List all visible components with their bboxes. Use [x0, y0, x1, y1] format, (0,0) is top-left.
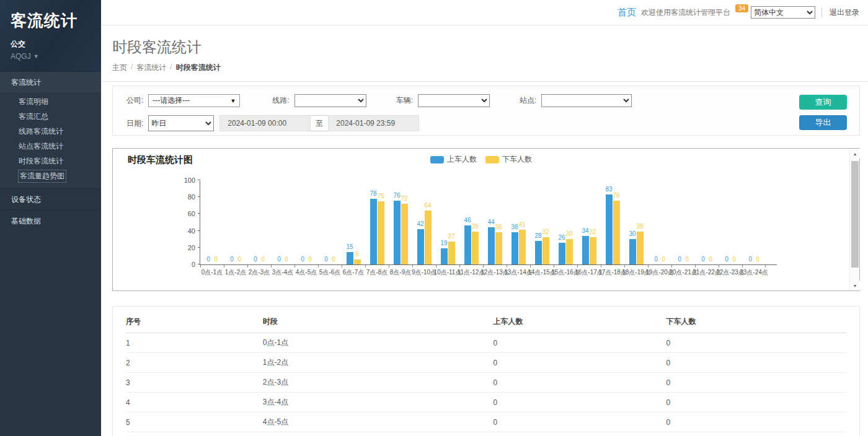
sidebar-item[interactable]: 线路客流统计: [0, 124, 101, 139]
bar[interactable]: 76: [394, 201, 401, 264]
table-cell: 0: [666, 393, 846, 412]
bar[interactable]: 27: [448, 242, 455, 264]
x-axis-tick-label: 4点-5点: [296, 268, 317, 277]
sidebar-item[interactable]: 客流明细: [0, 94, 101, 109]
sidebar-item[interactable]: 时段客流统计: [0, 154, 101, 168]
bar-value-label: 27: [448, 233, 454, 240]
bar[interactable]: 32: [590, 237, 596, 264]
bar[interactable]: 46: [464, 225, 471, 264]
x-axis-tick-label: 9点-10点: [412, 268, 436, 277]
bar[interactable]: 64: [425, 211, 432, 264]
date-preset-select[interactable]: 昨日: [148, 115, 214, 131]
bar[interactable]: 26: [559, 243, 565, 264]
scrollbar-down-arrow-icon[interactable]: ▼: [850, 281, 860, 290]
bar-group: 42649点-10点: [412, 181, 436, 264]
line-select[interactable]: [294, 94, 366, 107]
bar-group: 263015点-16点: [554, 181, 577, 264]
bar[interactable]: 6: [354, 259, 361, 264]
bar-group: 004点-5点: [294, 181, 318, 264]
bar-value-label: 0: [214, 256, 218, 263]
bar[interactable]: 44: [488, 227, 495, 264]
bar-group: 384113点-14点: [507, 181, 530, 264]
bar[interactable]: 30: [566, 239, 573, 264]
bar-group: 343216点-17点: [577, 181, 601, 264]
bar-value-label: 0: [308, 256, 312, 263]
breadcrumb-item[interactable]: 客流统计: [136, 63, 166, 73]
bar[interactable]: 39: [637, 232, 644, 264]
company-select[interactable]: ---请选择--- ▼: [148, 94, 240, 107]
bar[interactable]: 38: [495, 232, 502, 264]
date-from-input[interactable]: [219, 115, 311, 131]
legend-entry[interactable]: 上车人数: [430, 154, 477, 165]
bar-group: 837617点-18点: [601, 181, 624, 264]
bar-value-label: 0: [237, 256, 241, 263]
dropdown-arrow-icon: ▼: [230, 98, 236, 104]
line-label: 线路:: [272, 95, 289, 106]
bar-chart-plot: 020406080100000点-1点001点-2点002点-3点003点-4点…: [200, 181, 777, 265]
sidebar-item[interactable]: 客流量趋势图: [0, 168, 101, 183]
bar-group: 463911点-12点: [459, 181, 483, 264]
sidebar-menu: 客流统计客流明细客流汇总线路客流统计站点客流统计时段客流统计客流量趋势图设备状态…: [0, 71, 101, 232]
sidebar-section-item[interactable]: 客流统计: [0, 71, 101, 93]
bar-group: 443812点-13点: [483, 181, 507, 264]
bar[interactable]: 30: [629, 239, 636, 264]
breadcrumb-item[interactable]: 主页: [112, 63, 127, 73]
legend-label: 上车人数: [447, 154, 477, 165]
breadcrumb-separator: /: [131, 63, 133, 73]
bar[interactable]: 15: [347, 252, 353, 264]
bar-value-label: 28: [534, 232, 541, 239]
sidebar-submenu: 客流明细客流汇总线路客流统计站点客流统计时段客流统计客流量趋势图: [0, 93, 101, 188]
bar-group: 000点-1点: [200, 181, 224, 264]
table-cell: 0: [494, 353, 666, 373]
bar[interactable]: 42: [417, 229, 424, 264]
bar[interactable]: 28: [535, 241, 542, 264]
bar[interactable]: 39: [472, 232, 479, 264]
bar-value-label: 72: [401, 195, 407, 202]
scrollbar-thumb[interactable]: [851, 161, 859, 268]
date-range-separator: 至: [311, 115, 328, 131]
bar-value-label: 0: [254, 256, 257, 263]
bar-value-label: 38: [495, 224, 502, 230]
chart-scrollbar[interactable]: ▲ ▼: [849, 149, 859, 290]
language-select[interactable]: 简体中文: [751, 6, 815, 19]
vehicle-select[interactable]: [418, 94, 490, 107]
scrollbar-up-arrow-icon[interactable]: ▲: [850, 149, 860, 159]
sidebar-item[interactable]: 站点客流统计: [0, 139, 101, 154]
sidebar-section-item[interactable]: 设备状态: [0, 188, 101, 210]
table-cell: 3点-4点: [263, 393, 494, 412]
sidebar-section-item[interactable]: 基础数据: [0, 210, 101, 232]
x-axis-tick-label: 1点-2点: [225, 268, 246, 277]
home-link[interactable]: 首页: [618, 7, 636, 19]
logout-link[interactable]: 退出登录: [822, 7, 859, 17]
table-cell: 1点-2点: [263, 353, 494, 373]
bar[interactable]: 32: [542, 237, 549, 264]
bar[interactable]: 76: [613, 201, 620, 264]
bar[interactable]: 19: [441, 248, 448, 264]
bar[interactable]: 72: [401, 204, 408, 264]
bar[interactable]: 78: [370, 199, 377, 264]
bar[interactable]: 34: [582, 236, 589, 264]
legend-entry[interactable]: 下车人数: [485, 154, 532, 165]
bar-value-label: 0: [701, 256, 705, 263]
bar-group: 0019点-20点: [648, 181, 671, 264]
bar-value-label: 26: [558, 234, 565, 241]
date-to-input[interactable]: [328, 115, 419, 131]
export-button[interactable]: 导出: [799, 115, 847, 130]
chart-legend: 上车人数下车人数: [113, 154, 849, 165]
bar[interactable]: 83: [606, 194, 613, 264]
chart-panel: 时段车流统计图 上车人数下车人数 020406080100000点-1点001点…: [112, 148, 860, 291]
table-cell: 0: [666, 333, 846, 353]
bar-value-label: 15: [346, 243, 353, 250]
table-cell: 2: [126, 353, 263, 373]
bar[interactable]: 41: [519, 230, 526, 264]
bar[interactable]: 75: [378, 201, 384, 264]
table-row: 65点-6点00: [126, 432, 846, 436]
query-button[interactable]: 查询: [799, 95, 847, 110]
bar-value-label: 46: [464, 217, 471, 224]
station-select[interactable]: [541, 94, 632, 107]
company-select-value: ---请选择---: [153, 95, 190, 106]
bar[interactable]: 38: [512, 232, 518, 264]
notification-badge[interactable]: 34: [735, 4, 748, 12]
user-dropdown[interactable]: AQGJ ▼: [11, 52, 101, 61]
sidebar-item[interactable]: 客流汇总: [0, 109, 101, 124]
